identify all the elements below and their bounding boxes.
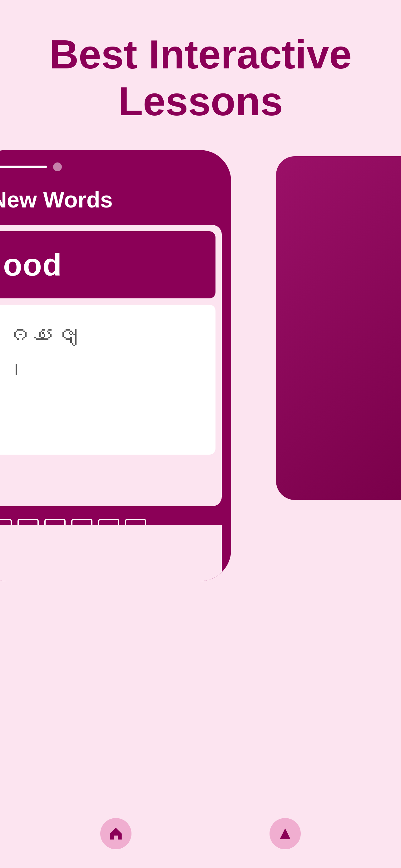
word-card: ood bbox=[0, 231, 215, 299]
hero-title: Best Interactive Lessons bbox=[25, 31, 376, 125]
lesson-card: ood ၐၒၖၛ ၊ bbox=[0, 225, 222, 506]
nav-icon-up[interactable] bbox=[269, 818, 301, 849]
phone-bottom-area bbox=[0, 525, 222, 581]
status-bar-dot bbox=[53, 162, 62, 171]
phone-mockup: New Words ood ၐၒၖၛ ၊ bbox=[0, 150, 231, 587]
translation-area: ၐၒၖၛ ၊ bbox=[0, 305, 215, 455]
hero-title-line1: Best Interactive bbox=[49, 32, 352, 77]
decorative-phone-right bbox=[276, 156, 401, 500]
home-icon bbox=[108, 826, 124, 841]
hero-section: Best Interactive Lessons bbox=[0, 0, 401, 144]
phone-body: New Words ood ၐၒၖၛ ၊ bbox=[0, 150, 231, 581]
up-arrow-icon bbox=[277, 826, 293, 841]
nav-icon-home[interactable] bbox=[100, 818, 132, 849]
new-words-heading: New Words bbox=[0, 181, 231, 225]
bottom-nav bbox=[0, 818, 401, 849]
burmese-text: ၐၒၖၛ ၊ bbox=[3, 317, 203, 387]
word-display: ood bbox=[3, 247, 203, 283]
status-bar-line bbox=[0, 165, 47, 168]
status-bar bbox=[0, 150, 231, 181]
hero-title-line2: Lessons bbox=[118, 79, 282, 124]
